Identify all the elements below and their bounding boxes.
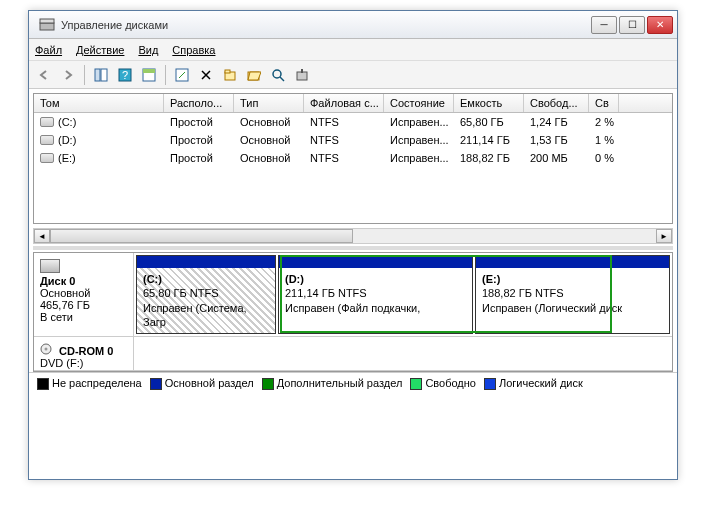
legend-free: Свободно: [410, 377, 476, 390]
svg-rect-14: [301, 69, 303, 73]
menu-view[interactable]: Вид: [138, 44, 158, 56]
cell-layout: Простой: [164, 150, 234, 166]
cell-vol: (D:): [34, 132, 164, 148]
svg-point-16: [45, 348, 48, 351]
cell-cap: 188,82 ГБ: [454, 150, 524, 166]
cell-type: Основной: [234, 132, 304, 148]
forward-button[interactable]: [57, 64, 79, 86]
legend-logical: Логический диск: [484, 377, 583, 390]
volume-table: Том Располо... Тип Файловая с... Состоян…: [33, 93, 673, 224]
menu-help[interactable]: Справка: [172, 44, 215, 56]
cell-free: 200 МБ: [524, 150, 589, 166]
disk-map: Диск 0 Основной 465,76 ГБ В сети (C:) 65…: [33, 252, 673, 372]
cell-vol: (C:): [34, 114, 164, 130]
disk-icon: [40, 259, 60, 273]
cell-type: Основной: [234, 114, 304, 130]
titlebar: Управление дисками ─ ☐ ✕: [29, 11, 677, 39]
disk-0-partitions: (C:) 65,80 ГБ NTFS Исправен (Система, За…: [134, 253, 672, 336]
cdrom-row: CD-ROM 0 DVD (F:): [34, 337, 672, 371]
col-layout[interactable]: Располо...: [164, 94, 234, 112]
cdrom-label[interactable]: CD-ROM 0 DVD (F:): [34, 337, 134, 370]
table-row[interactable]: (C:)ПростойОсновнойNTFSИсправен...65,80 …: [34, 113, 672, 131]
disk-0-row: Диск 0 Основной 465,76 ГБ В сети (C:) 65…: [34, 253, 672, 337]
legend-extended: Дополнительный раздел: [262, 377, 403, 390]
col-fs[interactable]: Файловая с...: [304, 94, 384, 112]
svg-rect-7: [143, 69, 155, 73]
settings-icon[interactable]: [291, 64, 313, 86]
show-hide-tree-button[interactable]: [90, 64, 112, 86]
cell-type: Основной: [234, 150, 304, 166]
refresh-button[interactable]: [171, 64, 193, 86]
pane-splitter[interactable]: [33, 246, 673, 250]
col-volume[interactable]: Том: [34, 94, 164, 112]
window-title: Управление дисками: [61, 19, 589, 31]
cell-vol: (E:): [34, 150, 164, 166]
svg-rect-3: [101, 69, 107, 81]
cell-status: Исправен...: [384, 132, 454, 148]
disk-management-window: Управление дисками ─ ☐ ✕ Файл Действие В…: [28, 10, 678, 480]
scroll-thumb[interactable]: [50, 229, 353, 243]
volume-icon: [40, 153, 54, 163]
partition-e[interactable]: (E:) 188,82 ГБ NTFS Исправен (Логический…: [475, 255, 670, 334]
open-icon[interactable]: [243, 64, 265, 86]
scroll-left-icon[interactable]: ◄: [34, 229, 50, 243]
volume-icon: [40, 135, 54, 145]
rescan-icon[interactable]: [267, 64, 289, 86]
properties-icon[interactable]: [219, 64, 241, 86]
cell-fs: NTFS: [304, 150, 384, 166]
cell-layout: Простой: [164, 132, 234, 148]
partition-d[interactable]: (D:) 211,14 ГБ NTFS Исправен (Файл подка…: [278, 255, 473, 334]
col-status[interactable]: Состояние: [384, 94, 454, 112]
svg-point-12: [273, 70, 281, 78]
col-free[interactable]: Свобод...: [524, 94, 589, 112]
col-type[interactable]: Тип: [234, 94, 304, 112]
cell-fs: NTFS: [304, 114, 384, 130]
scroll-right-icon[interactable]: ►: [656, 229, 672, 243]
legend-primary: Основной раздел: [150, 377, 254, 390]
back-button[interactable]: [33, 64, 55, 86]
delete-icon[interactable]: [195, 64, 217, 86]
svg-rect-0: [40, 23, 54, 30]
cell-cap: 65,80 ГБ: [454, 114, 524, 130]
svg-text:?: ?: [122, 69, 128, 81]
menubar: Файл Действие Вид Справка: [29, 39, 677, 61]
cell-free: 1,24 ГБ: [524, 114, 589, 130]
help-button[interactable]: ?: [114, 64, 136, 86]
legend-unallocated: Не распределена: [37, 377, 142, 390]
cell-pct: 0 %: [589, 150, 619, 166]
disk-0-label[interactable]: Диск 0 Основной 465,76 ГБ В сети: [34, 253, 134, 336]
cell-pct: 2 %: [589, 114, 619, 130]
svg-rect-1: [40, 19, 54, 23]
svg-rect-10: [225, 70, 230, 73]
table-row[interactable]: (E:)ПростойОсновнойNTFSИсправен...188,82…: [34, 149, 672, 167]
horizontal-scrollbar[interactable]: ◄ ►: [33, 228, 673, 244]
close-button[interactable]: ✕: [647, 16, 673, 34]
legend: Не распределена Основной раздел Дополнит…: [29, 372, 677, 394]
cell-layout: Простой: [164, 114, 234, 130]
table-body: (C:)ПростойОсновнойNTFSИсправен...65,80 …: [34, 113, 672, 223]
toolbar: ?: [29, 61, 677, 89]
app-icon: [39, 17, 55, 33]
cell-status: Исправен...: [384, 150, 454, 166]
cell-status: Исправен...: [384, 114, 454, 130]
menu-action[interactable]: Действие: [76, 44, 124, 56]
svg-rect-2: [95, 69, 100, 81]
partition-c[interactable]: (C:) 65,80 ГБ NTFS Исправен (Система, За…: [136, 255, 276, 334]
col-pct[interactable]: Св: [589, 94, 619, 112]
minimize-button[interactable]: ─: [591, 16, 617, 34]
maximize-button[interactable]: ☐: [619, 16, 645, 34]
cell-fs: NTFS: [304, 132, 384, 148]
volume-icon: [40, 117, 54, 127]
col-capacity[interactable]: Емкость: [454, 94, 524, 112]
cell-pct: 1 %: [589, 132, 619, 148]
view-top-button[interactable]: [138, 64, 160, 86]
table-header: Том Располо... Тип Файловая с... Состоян…: [34, 94, 672, 113]
svg-rect-13: [297, 72, 307, 80]
table-row[interactable]: (D:)ПростойОсновнойNTFSИсправен...211,14…: [34, 131, 672, 149]
cell-cap: 211,14 ГБ: [454, 132, 524, 148]
cell-free: 1,53 ГБ: [524, 132, 589, 148]
menu-file[interactable]: Файл: [35, 44, 62, 56]
cdrom-icon: [40, 343, 56, 355]
